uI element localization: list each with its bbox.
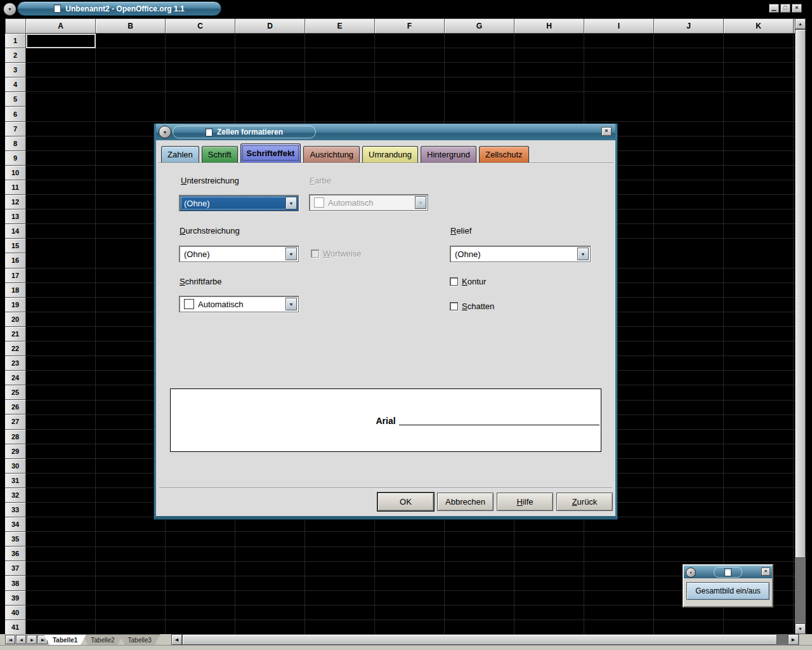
checkbox-box[interactable]	[450, 277, 458, 286]
navigator-close-button[interactable]: ×	[761, 567, 770, 576]
dropdown-arrow-icon[interactable]: ▼	[577, 248, 589, 260]
row-header[interactable]: 38	[5, 576, 26, 590]
row-header[interactable]: 1	[5, 34, 26, 48]
window-shade-button[interactable]: ▼	[3, 3, 16, 16]
horizontal-scrollbar[interactable]: ◀ ▶	[171, 634, 799, 645]
column-header[interactable]: I	[584, 19, 654, 33]
relief-dropdown[interactable]: (Ohne) ▼	[450, 246, 591, 262]
row-header[interactable]: 14	[5, 224, 26, 239]
row-header[interactable]: 35	[5, 532, 26, 547]
row-header[interactable]: 2	[5, 48, 26, 63]
horizontal-scroll-thumb[interactable]	[182, 634, 777, 645]
row-header[interactable]: 25	[5, 385, 26, 400]
row-header[interactable]: 37	[5, 561, 26, 576]
row-header[interactable]: 16	[5, 253, 26, 268]
strikethrough-dropdown[interactable]: (Ohne) ▼	[179, 246, 299, 262]
row-header[interactable]: 21	[5, 327, 26, 342]
font-color-dropdown[interactable]: Automatisch ▼	[179, 296, 299, 312]
row-header[interactable]: 39	[5, 591, 26, 606]
row-header[interactable]: 40	[5, 606, 26, 620]
dialog-button[interactable]: OK	[377, 493, 434, 511]
row-header[interactable]: 9	[5, 151, 26, 166]
column-header[interactable]: C	[166, 19, 235, 33]
dialog-button[interactable]: Zurück	[556, 493, 613, 511]
shadow-checkbox[interactable]: Schatten	[450, 302, 494, 311]
dialog-tab[interactable]: Ausrichtung	[303, 146, 360, 162]
row-header[interactable]: 19	[5, 298, 26, 312]
row-header[interactable]: 11	[5, 180, 26, 195]
column-header[interactable]: D	[235, 19, 305, 33]
dialog-close-button[interactable]: ×	[601, 127, 612, 136]
dialog-button[interactable]: Abbrechen	[437, 493, 494, 511]
scroll-left-button[interactable]: ◀	[171, 634, 182, 645]
row-header[interactable]: 24	[5, 371, 26, 385]
dropdown-arrow-icon[interactable]: ▼	[285, 298, 297, 310]
sheet-nav-button[interactable]: ◀	[16, 635, 26, 644]
row-header[interactable]: 4	[5, 77, 26, 92]
row-header[interactable]: 32	[5, 488, 26, 503]
minimize-button[interactable]: ▁	[769, 4, 779, 13]
dialog-button[interactable]: Hilfe	[497, 493, 553, 511]
column-header[interactable]: K	[724, 19, 794, 33]
dropdown-arrow-icon[interactable]: ▼	[285, 197, 297, 209]
window-title-pill[interactable]: Unbenannt2 - OpenOffice.org 1.1	[17, 1, 221, 16]
row-header[interactable]: 3	[5, 63, 26, 77]
vertical-scrollbar[interactable]: ▲ ▼	[795, 18, 806, 634]
column-header[interactable]: H	[514, 19, 584, 33]
row-header[interactable]: 15	[5, 239, 26, 253]
row-header[interactable]: 8	[5, 136, 26, 151]
row-header[interactable]: 26	[5, 400, 26, 415]
row-header[interactable]: 12	[5, 195, 26, 209]
resize-corner[interactable]	[799, 634, 812, 645]
row-header[interactable]: 17	[5, 269, 26, 283]
row-header[interactable]: 7	[5, 122, 26, 136]
dialog-tab[interactable]: Schrifteffekt	[240, 143, 301, 162]
dialog-tab[interactable]: Zahlen	[161, 146, 199, 162]
column-header[interactable]: E	[305, 19, 375, 33]
row-header[interactable]: 34	[5, 517, 26, 532]
row-header[interactable]: 33	[5, 503, 26, 517]
checkbox-box[interactable]	[450, 302, 458, 310]
sheet-tab[interactable]: Tabelle3	[119, 634, 160, 645]
row-header[interactable]: 10	[5, 166, 26, 180]
sheet-tab[interactable]: Tabelle2	[82, 634, 123, 645]
maximize-button[interactable]: □	[780, 4, 790, 13]
row-header[interactable]: 27	[5, 415, 26, 429]
outline-checkbox[interactable]: Kontur	[450, 277, 486, 286]
navigator-shade-button[interactable]: ▼	[686, 567, 696, 578]
row-header[interactable]: 5	[5, 92, 26, 107]
dialog-tab[interactable]: Zellschutz	[479, 146, 529, 162]
row-header[interactable]: 22	[5, 342, 26, 356]
dropdown-arrow-icon[interactable]: ▼	[285, 248, 297, 260]
gesamtbild-toggle-button[interactable]: Gesamtbild ein/aus	[686, 582, 769, 600]
sheet-nav-button[interactable]: |◀	[5, 635, 15, 644]
dialog-tab[interactable]: Umrandung	[362, 146, 418, 162]
column-header[interactable]: B	[96, 19, 166, 33]
row-header[interactable]: 28	[5, 430, 26, 444]
underline-dropdown[interactable]: (Ohne) ▼	[179, 195, 299, 211]
scroll-right-button[interactable]: ▶	[788, 634, 799, 645]
column-header[interactable]: F	[375, 19, 445, 33]
row-header[interactable]: 6	[5, 107, 26, 121]
row-header[interactable]: 31	[5, 474, 26, 488]
row-header[interactable]: 36	[5, 547, 26, 561]
row-header[interactable]: 20	[5, 312, 26, 327]
vertical-scroll-thumb[interactable]	[795, 29, 806, 558]
sheet-nav-button[interactable]: ▶	[27, 635, 37, 644]
row-header[interactable]: 41	[5, 620, 26, 635]
column-header[interactable]: G	[445, 19, 514, 33]
dialog-tab[interactable]: Hintergrund	[421, 146, 476, 162]
row-header[interactable]: 23	[5, 356, 26, 371]
sheet-tab[interactable]: Tabelle1	[44, 634, 86, 645]
select-all-corner[interactable]	[5, 18, 26, 34]
row-header[interactable]: 29	[5, 444, 26, 459]
close-button[interactable]: ×	[792, 4, 802, 13]
dialog-shade-button[interactable]: ▼	[159, 126, 171, 138]
dialog-tab[interactable]: Schrift	[202, 146, 238, 162]
scroll-up-button[interactable]: ▲	[795, 18, 806, 29]
scroll-down-button[interactable]: ▼	[795, 623, 806, 634]
row-header[interactable]: 13	[5, 209, 26, 224]
row-header[interactable]: 18	[5, 283, 26, 298]
row-header[interactable]: 30	[5, 459, 26, 474]
column-header[interactable]: J	[654, 19, 724, 33]
